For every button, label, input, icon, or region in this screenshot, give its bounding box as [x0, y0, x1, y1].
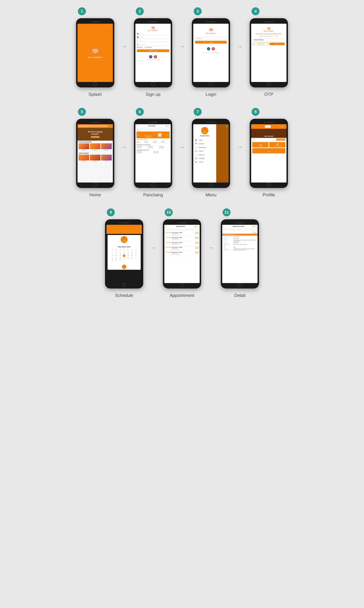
- create-account-button[interactable]: Create Account: [137, 49, 169, 52]
- menu-item-contact[interactable]: 📞 Contact: [195, 160, 214, 164]
- notification-icon[interactable]: 🔔: [107, 125, 109, 127]
- home-button-2[interactable]: [151, 82, 155, 86]
- purohit-item-3[interactable]: Purohit 3: [101, 154, 112, 162]
- appt-status-1[interactable]: View: [195, 232, 199, 234]
- view-panchang-btn[interactable]: VIEW PANCHANG: [276, 138, 285, 141]
- profile-cart-icon[interactable]: 🛒: [284, 126, 285, 127]
- home-button-9[interactable]: [122, 283, 126, 287]
- cal-d26[interactable]: 26: [130, 257, 134, 259]
- cal-d8[interactable]: 8: [115, 252, 118, 254]
- cal-d2[interactable]: 2: [118, 250, 122, 252]
- detail-search[interactable]: [223, 229, 256, 231]
- next-btn[interactable]: ▶: [168, 134, 169, 136]
- detail-cart-icon[interactable]: 🛒: [255, 226, 256, 227]
- my-appointment-btn[interactable]: 📋 MY APPOINTMENT: [269, 142, 285, 147]
- cal-d12[interactable]: 12: [130, 252, 134, 254]
- cal-d17-today[interactable]: 17: [123, 255, 125, 257]
- cal-d10[interactable]: 10: [122, 252, 126, 254]
- category-item-1[interactable]: Category 1: [79, 143, 89, 151]
- facebook-button-login[interactable]: f: [207, 47, 210, 51]
- cal-d14[interactable]: 14: [110, 255, 114, 257]
- appt-menu-icon[interactable]: ☰: [165, 226, 167, 227]
- appt-cart-icon[interactable]: 🛒: [197, 226, 199, 227]
- signup-link[interactable]: Sign Up: [215, 52, 219, 53]
- cal-d23[interactable]: 23: [118, 257, 122, 259]
- detail-delete-icon[interactable]: 🗑️: [255, 232, 256, 233]
- menu-item-panchang[interactable]: 🌙 Panchang: [195, 153, 214, 157]
- confirm-otp-button[interactable]: Confirm: [270, 43, 285, 45]
- home-button-3[interactable]: [209, 82, 213, 86]
- cal-d1[interactable]: 1: [115, 250, 118, 252]
- detail-menu-icon[interactable]: ☰: [223, 226, 224, 227]
- cal-d22[interactable]: 22: [115, 257, 118, 259]
- cal-d30[interactable]: 30: [118, 259, 122, 261]
- panchang-bell-icon[interactable]: 🔔: [166, 125, 167, 127]
- cal-d4[interactable]: 4: [126, 250, 130, 252]
- appt-status-5[interactable]: View: [195, 252, 199, 254]
- field-password[interactable]: 🔒 Password: [137, 43, 169, 46]
- home-button-7[interactable]: [209, 183, 213, 187]
- cal-d25[interactable]: 25: [126, 257, 130, 259]
- panchang-menu-icon[interactable]: ☰: [136, 125, 138, 127]
- cal-d9[interactable]: 9: [118, 252, 122, 254]
- cal-d6[interactable]: 6: [134, 250, 138, 252]
- cal-d20[interactable]: 20: [134, 255, 138, 257]
- menu-item-profile[interactable]: 👤 Profile: [195, 138, 214, 142]
- home-button-4[interactable]: [267, 82, 271, 86]
- radio-customer[interactable]: Customer: [144, 46, 152, 48]
- appointment-search[interactable]: [165, 229, 199, 231]
- category-item-3[interactable]: Category 3: [101, 143, 112, 151]
- menu-overlay[interactable]: ☰: [216, 124, 229, 183]
- category-item-2[interactable]: Category 2: [90, 143, 101, 151]
- cal-d28[interactable]: 28: [110, 259, 114, 261]
- menu-item-language[interactable]: 🌐 Language: [195, 157, 214, 160]
- home-button-8[interactable]: [267, 183, 271, 187]
- appt-status-2[interactable]: View: [195, 237, 199, 239]
- home-button-5[interactable]: [93, 183, 97, 187]
- cal-d16[interactable]: 16: [118, 255, 122, 257]
- field-mobile[interactable]: 📱 Mobile: [137, 36, 169, 39]
- appt-status-3[interactable]: View: [195, 242, 199, 244]
- google-button-login[interactable]: G: [212, 47, 215, 51]
- cal-d18[interactable]: 18: [126, 255, 130, 257]
- today-btn[interactable]: Today: [158, 133, 162, 135]
- appt-status-4[interactable]: View: [195, 247, 199, 249]
- cal-d7[interactable]: 7: [110, 252, 114, 254]
- radio-purohit[interactable]: Purohit: [137, 46, 143, 48]
- cal-d3[interactable]: 3: [122, 250, 126, 252]
- mobile-input[interactable]: Mobile No.: [195, 37, 227, 40]
- cal-d19[interactable]: 19: [130, 255, 134, 257]
- cal-d13[interactable]: 13: [134, 252, 138, 254]
- cal-d15[interactable]: 15: [115, 255, 118, 257]
- detail-edit-icon[interactable]: ✏️: [252, 232, 254, 233]
- login-button[interactable]: Login: [195, 41, 227, 43]
- special-offer-badge[interactable]: SPECIAL OFFER: [91, 136, 99, 138]
- home-search[interactable]: Search Purohit...: [79, 125, 107, 127]
- google-button-signup[interactable]: G: [154, 55, 157, 58]
- resend-otp-button[interactable]: Resend OTP: [253, 43, 268, 45]
- menu-item-appointment[interactable]: 📋 Appointment: [195, 146, 214, 149]
- select-btn[interactable]: Select: [158, 135, 162, 137]
- cal-d5[interactable]: 5: [130, 250, 134, 252]
- login-link[interactable]: Login: [157, 59, 159, 60]
- home-button-10[interactable]: [180, 283, 184, 287]
- field-name[interactable]: 👤 Name: [137, 33, 169, 35]
- cal-d27[interactable]: 27: [134, 257, 138, 259]
- profile-search[interactable]: Search...: [265, 125, 271, 128]
- purohit-item-1[interactable]: Purohit 1: [79, 154, 89, 162]
- my-schedule-btn[interactable]: 📅 MY SCHEDULE: [252, 142, 268, 147]
- menu-item-festival[interactable]: 🎉 Festival: [195, 149, 214, 153]
- khana-btn[interactable]: 🛒 KHANA: [252, 148, 285, 153]
- field-email[interactable]: ✉ Email: [137, 40, 169, 42]
- home-button-11[interactable]: [238, 283, 242, 287]
- otp-input-field[interactable]: Enter OTP Code: [253, 39, 285, 41]
- profile-search-icon[interactable]: 🔍: [252, 126, 254, 127]
- cal-d29[interactable]: 29: [115, 259, 118, 261]
- home-button-6[interactable]: [151, 183, 155, 187]
- detail-bell-icon[interactable]: 🔔: [252, 226, 254, 227]
- menu-item-schedule[interactable]: 📅 Schedule: [195, 142, 214, 146]
- facebook-button-signup[interactable]: f: [149, 55, 152, 58]
- cart-icon[interactable]: 🛒: [110, 125, 112, 127]
- cal-d24[interactable]: 24: [122, 257, 126, 259]
- hamburger-icon[interactable]: ☰: [226, 125, 228, 127]
